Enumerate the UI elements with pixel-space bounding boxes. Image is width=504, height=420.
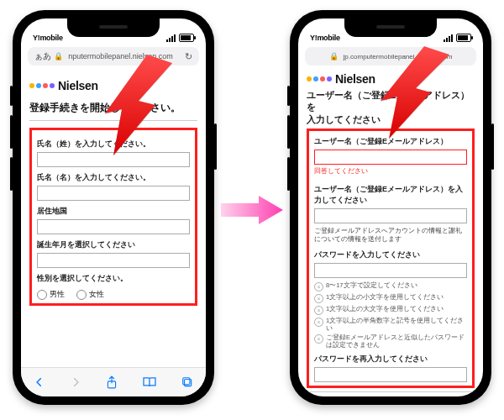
input-country[interactable] xyxy=(37,219,190,234)
bookmarks-button[interactable] xyxy=(142,376,157,388)
carrier-label: Y!mobile xyxy=(310,34,340,42)
input-password[interactable] xyxy=(314,263,467,278)
password-rules: ×8〜17文字で設定してください ×1文字以上の小文字を使用してください ×1文… xyxy=(314,281,467,349)
label-birth: 誕生年月を選択してください xyxy=(37,239,190,250)
label-country: 居住地国 xyxy=(37,206,190,217)
safari-toolbar xyxy=(21,367,206,396)
x-icon: × xyxy=(314,306,323,315)
input-username[interactable] xyxy=(314,150,467,165)
label-password: パスワードを入力してください xyxy=(314,249,467,260)
error-text: 回答してください xyxy=(314,166,467,176)
svg-marker-5 xyxy=(381,46,449,139)
lock-icon: 🔒 xyxy=(329,52,339,60)
x-icon: × xyxy=(314,282,323,291)
share-button[interactable] xyxy=(106,375,118,389)
input-username2[interactable] xyxy=(314,208,467,223)
radio-female[interactable]: 女性 xyxy=(76,289,104,300)
x-icon: × xyxy=(314,294,323,303)
back-button[interactable] xyxy=(34,376,45,388)
svg-marker-4 xyxy=(105,55,172,155)
pointer-arrow-icon xyxy=(97,55,172,159)
refresh-icon[interactable]: ↻ xyxy=(185,51,192,62)
label-gender: 性別を選択してください。 xyxy=(37,273,190,284)
highlight-box: ユーザー名（ご登録Eメールアドレス） 回答してください ユーザー名（ご登録Eメー… xyxy=(307,129,475,388)
notch xyxy=(344,18,437,37)
svg-marker-3 xyxy=(221,196,283,224)
input-birth[interactable] xyxy=(37,253,190,268)
signal-icon xyxy=(166,34,176,42)
notch xyxy=(67,18,160,37)
section-confirm: 本人確認 xyxy=(307,391,475,396)
label-username2: ユーザー名（ご登録Eメールアドレス）を入力してください xyxy=(314,184,467,206)
label-given: 氏名（名）を入力してください。 xyxy=(37,172,190,183)
hint-text: ご登録メールアドレスへアカウントの情報と謝礼についての情報を送付します xyxy=(314,227,467,244)
flow-arrow-icon xyxy=(218,193,286,227)
x-icon: × xyxy=(314,334,323,344)
signal-icon xyxy=(444,34,453,42)
input-password2[interactable] xyxy=(314,367,467,382)
battery-icon xyxy=(179,34,194,42)
carrier-label: Y!mobile xyxy=(33,34,63,42)
lock-icon: 🔒 xyxy=(54,52,63,60)
brand-name: Nielsen xyxy=(335,72,375,86)
input-given[interactable] xyxy=(37,186,190,201)
radio-male[interactable]: 男性 xyxy=(37,289,65,300)
forward-button[interactable] xyxy=(70,376,81,388)
label-password2: パスワードを再入力してください xyxy=(314,354,467,365)
tabs-button[interactable] xyxy=(181,376,193,388)
text-size-button[interactable]: ぁあ xyxy=(34,50,51,62)
pointer-arrow-icon xyxy=(374,46,449,142)
x-icon: × xyxy=(314,318,323,327)
battery-icon xyxy=(456,34,471,42)
brand-name: Nielsen xyxy=(58,79,98,92)
